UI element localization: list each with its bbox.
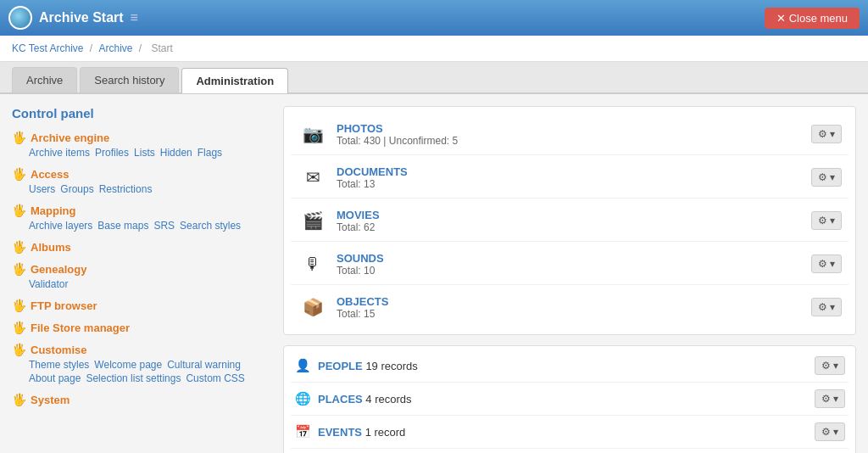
people-gear-button[interactable]: ⚙ ▾ — [815, 356, 845, 375]
events-gear-button[interactable]: ⚙ ▾ — [815, 422, 845, 441]
access-links: Users Groups Restrictions — [29, 183, 283, 195]
link-selection-list-settings[interactable]: Selection list settings — [86, 372, 181, 384]
events-icon: 📅 — [294, 424, 311, 439]
media-item-movies: 🎬 MOVIES Total: 62 ⚙ ▾ — [291, 200, 849, 242]
record-item-activities: ✈ ACTIVITIES 0 records ⚙ ▾ — [291, 449, 849, 453]
section-link-customise[interactable]: Customise — [31, 344, 86, 356]
breadcrumb-sep2: / — [139, 42, 145, 54]
documents-icon: ✉ — [298, 162, 328, 193]
section-file-store: 🖐 File Store manager — [12, 321, 283, 334]
section-link-archive-engine[interactable]: Archive engine — [31, 131, 109, 144]
tab-search-history[interactable]: Search history — [80, 67, 179, 92]
movies-name: MOVIES — [337, 209, 803, 221]
media-item-sounds: 🎙 SOUNDS Total: 10 ⚙ ▾ — [291, 243, 849, 285]
hamburger-icon[interactable]: ≡ — [131, 10, 138, 25]
section-system: 🖐 System — [12, 393, 283, 406]
link-search-styles[interactable]: Search styles — [180, 220, 241, 232]
events-name: EVENTS — [318, 426, 362, 439]
link-lists[interactable]: Lists — [134, 147, 155, 159]
section-albums: 🖐 Albums — [12, 240, 283, 254]
hand-icon-4: 🖐 — [12, 240, 26, 254]
breadcrumb-archive[interactable]: Archive — [99, 42, 133, 54]
section-link-system[interactable]: System — [31, 394, 70, 406]
link-cultural-warning[interactable]: Cultural warning — [167, 359, 241, 371]
tab-archive[interactable]: Archive — [12, 67, 77, 92]
control-panel-title: Control panel — [12, 106, 283, 120]
objects-info: OBJECTS Total: 15 — [337, 295, 803, 320]
link-restrictions[interactable]: Restrictions — [99, 183, 153, 195]
section-mapping: 🖐 Mapping — [12, 204, 283, 217]
documents-name: DOCUMENTS — [337, 165, 803, 178]
objects-gear-button[interactable]: ⚙ ▾ — [811, 298, 842, 316]
documents-count: Total: 13 — [337, 178, 803, 190]
close-menu-button[interactable]: ✕ Close menu — [765, 8, 860, 29]
section-ftp-browser: 🖐 FTP browser — [12, 299, 283, 312]
link-custom-css[interactable]: Custom CSS — [186, 372, 244, 384]
tab-administration[interactable]: Administration — [181, 68, 288, 93]
link-theme-styles[interactable]: Theme styles — [29, 359, 89, 371]
media-item-objects: 📦 OBJECTS Total: 15 ⚙ ▾ — [291, 287, 849, 327]
media-cards: 📷 PHOTOS Total: 430 | Unconfirmed: 5 ⚙ ▾… — [283, 106, 856, 335]
sounds-info: SOUNDS Total: 10 — [337, 252, 803, 277]
section-link-file-store[interactable]: File Store manager — [31, 322, 130, 334]
photos-icon: 📷 — [298, 119, 328, 149]
tabs-bar: Archive Search history Administration — [0, 62, 868, 94]
link-archive-items[interactable]: Archive items — [29, 147, 90, 159]
sounds-name: SOUNDS — [337, 252, 803, 265]
movies-gear-button[interactable]: ⚙ ▾ — [811, 211, 842, 230]
link-groups[interactable]: Groups — [60, 183, 93, 195]
sounds-gear-button[interactable]: ⚙ ▾ — [811, 254, 842, 273]
hand-icon-6: 🖐 — [12, 299, 26, 312]
link-srs[interactable]: SRS — [153, 220, 175, 232]
topbar-left: Archive Start ≡ — [8, 6, 138, 30]
objects-icon: 📦 — [298, 292, 328, 322]
topbar: Archive Start ≡ ✕ Close menu — [0, 0, 868, 36]
link-users[interactable]: Users — [29, 183, 55, 195]
section-archive-engine: 🖐 Archive engine — [12, 131, 283, 144]
media-item-documents: ✉ DOCUMENTS Total: 13 ⚙ ▾ — [291, 157, 849, 199]
app-logo — [8, 6, 32, 30]
section-link-mapping[interactable]: Mapping — [31, 204, 75, 217]
section-link-albums[interactable]: Albums — [31, 241, 71, 254]
main-content: Control panel 🖐 Archive engine Archive i… — [0, 94, 868, 453]
places-icon: 🌐 — [294, 391, 311, 406]
hand-icon-1: 🖐 — [12, 131, 26, 144]
people-icon: 👤 — [294, 358, 311, 373]
documents-gear-button[interactable]: ⚙ ▾ — [811, 168, 842, 187]
hand-icon-3: 🖐 — [12, 204, 26, 217]
photos-count: Total: 430 | Unconfirmed: 5 — [337, 135, 803, 147]
breadcrumb: KC Test Archive / Archive / Start — [0, 36, 868, 62]
link-validator[interactable]: Validator — [29, 278, 68, 290]
section-link-access[interactable]: Access — [31, 168, 70, 181]
section-link-genealogy[interactable]: Genealogy — [31, 263, 86, 276]
link-about-page[interactable]: About page — [29, 372, 81, 384]
places-gear-button[interactable]: ⚙ ▾ — [815, 389, 845, 408]
hand-icon-7: 🖐 — [12, 321, 26, 334]
hand-icon-5: 🖐 — [12, 262, 26, 276]
section-access: 🖐 Access — [12, 167, 283, 181]
objects-count: Total: 15 — [337, 308, 803, 320]
link-archive-layers[interactable]: Archive layers — [29, 220, 92, 232]
link-base-maps[interactable]: Base maps — [97, 220, 148, 232]
breadcrumb-sep1: / — [90, 42, 96, 54]
link-hidden[interactable]: Hidden — [160, 147, 192, 159]
documents-info: DOCUMENTS Total: 13 — [337, 165, 803, 190]
objects-name: OBJECTS — [337, 295, 803, 308]
mapping-links: Archive layers Base maps SRS Search styl… — [29, 220, 283, 232]
movies-count: Total: 62 — [337, 221, 803, 233]
link-flags[interactable]: Flags — [198, 147, 222, 159]
link-welcome-page[interactable]: Welcome page — [94, 359, 162, 371]
photos-gear-button[interactable]: ⚙ ▾ — [811, 125, 842, 143]
section-link-ftp-browser[interactable]: FTP browser — [31, 299, 97, 312]
sounds-icon: 🎙 — [298, 249, 328, 279]
people-name: PEOPLE — [318, 360, 363, 372]
records-cards: 👤 PEOPLE 19 records ⚙ ▾ 🌐 PLACES 4 recor… — [283, 345, 856, 453]
link-profiles[interactable]: Profiles — [95, 147, 129, 159]
breadcrumb-current: Start — [152, 42, 173, 54]
movies-info: MOVIES Total: 62 — [337, 209, 803, 233]
record-item-events: 📅 EVENTS 1 record ⚙ ▾ — [291, 416, 849, 449]
app-title: Archive Start — [39, 10, 124, 25]
photos-info: PHOTOS Total: 430 | Unconfirmed: 5 — [337, 122, 803, 147]
breadcrumb-root[interactable]: KC Test Archive — [12, 42, 83, 54]
hand-icon-9: 🖐 — [12, 393, 26, 406]
